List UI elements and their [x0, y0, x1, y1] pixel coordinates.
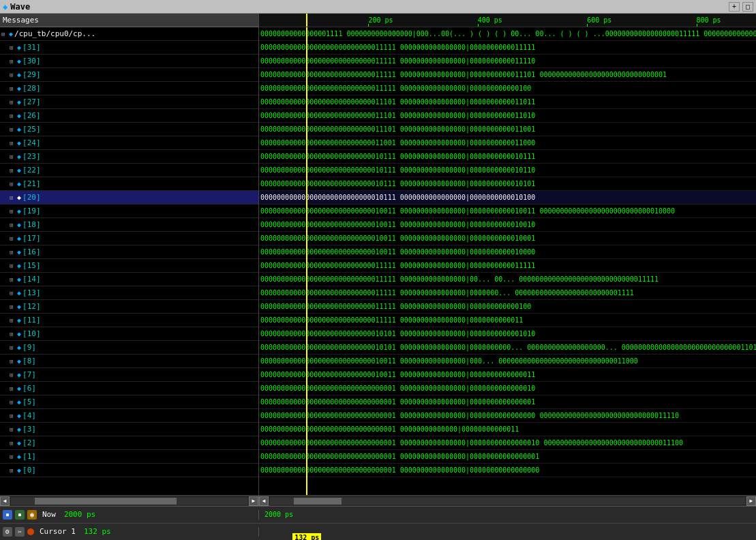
signal-name-col-4: ⊞◆[4]	[8, 411, 124, 420]
signal-row-29[interactable]: ⊞◆[29]	[0, 68, 258, 82]
expand-icon-24[interactable]: ⊞	[10, 140, 16, 147]
wave-row-21: 000000000000000000000000000010111 000000…	[259, 177, 756, 191]
signal-name-col-13: ⊞◆[13]	[8, 288, 124, 297]
wave-row-31: 000000000000000000000000000011111 000000…	[259, 41, 756, 55]
signal-row-1[interactable]: ⊞◆[1]	[0, 450, 258, 464]
wave-text-11: 000000000000000000000000000011111 000000…	[259, 316, 523, 324]
add-button[interactable]: +	[729, 2, 740, 12]
expand-icon-6[interactable]: ⊞	[10, 385, 16, 392]
signal-row-25[interactable]: ⊞◆[25]	[0, 123, 258, 136]
wave-row-17: 000000000000000000000000000010011 000000…	[259, 232, 756, 245]
expand-icon-2[interactable]: ⊞	[10, 440, 16, 447]
signal-row-10[interactable]: ⊞◆[10]	[0, 327, 258, 341]
expand-icon-7[interactable]: ⊞	[10, 372, 16, 378]
cursor-settings-icon[interactable]: ⚙	[3, 527, 12, 537]
expand-icon-20[interactable]: ⊞	[10, 194, 16, 201]
wave-content-26: 000000000000000000000000000011101 000000…	[259, 109, 756, 122]
expand-icon-29[interactable]: ⊞	[10, 72, 16, 78]
signal-row-24[interactable]: ⊞◆[24]	[0, 136, 258, 150]
signal-row-14[interactable]: ⊞◆[14]	[0, 273, 258, 286]
wave-text-15: 000000000000000000000000000011111 000000…	[259, 262, 535, 269]
signal-row-15[interactable]: ⊞◆[15]	[0, 259, 258, 273]
expand-icon-21[interactable]: ⊞	[10, 181, 16, 188]
wave-content-2: 000000000000000000000000000000001 000000…	[259, 436, 756, 449]
signal-list[interactable]: ⊞◆/cpu_tb/cpu0/cp...⊞◆[31]⊞◆[30]⊞◆[29]⊞◆…	[0, 27, 258, 495]
signal-type-icon-0: ◆	[17, 466, 21, 474]
signal-row-13[interactable]: ⊞◆[13]	[0, 286, 258, 300]
expand-icon-12[interactable]: ⊞	[10, 303, 16, 310]
wave-scroll-container[interactable]: 00000000000000001111 0000000000000000|00…	[259, 27, 756, 495]
expand-icon-27[interactable]: ⊞	[10, 99, 16, 106]
wave-content-6: 000000000000000000000000000000001 000000…	[259, 382, 756, 395]
signal-row-26[interactable]: ⊞◆[26]	[0, 109, 258, 123]
signal-row-7[interactable]: ⊞◆[7]	[0, 368, 258, 382]
expand-icon-18[interactable]: ⊞	[10, 222, 16, 228]
signal-row-16[interactable]: ⊞◆[16]	[0, 245, 258, 259]
scroll-track-left[interactable]	[11, 498, 247, 505]
expand-icon-28[interactable]: ⊞	[10, 85, 16, 92]
signal-type-icon-31: ◆	[17, 44, 21, 51]
expand-icon-0[interactable]: ⊞	[10, 467, 16, 474]
signal-type-icon-top: ◆	[9, 30, 13, 38]
expand-icon-17[interactable]: ⊞	[10, 235, 16, 242]
signal-row-20[interactable]: ⊞◆[20]	[0, 191, 258, 205]
signal-row-28[interactable]: ⊞◆[28]	[0, 82, 258, 95]
signal-row-11[interactable]: ⊞◆[11]	[0, 314, 258, 327]
signal-row-8[interactable]: ⊞◆[8]	[0, 355, 258, 368]
signal-row-27[interactable]: ⊞◆[27]	[0, 95, 258, 109]
signal-row-30[interactable]: ⊞◆[30]	[0, 55, 258, 68]
expand-icon-30[interactable]: ⊞	[10, 58, 16, 65]
expand-icon-8[interactable]: ⊞	[10, 358, 16, 365]
scroll-left-btn[interactable]: ◀	[0, 496, 10, 506]
expand-icon-3[interactable]: ⊞	[10, 426, 16, 433]
signal-row-6[interactable]: ⊞◆[6]	[0, 382, 258, 395]
expand-icon-4[interactable]: ⊞	[10, 412, 16, 419]
scroll-right-btn-right[interactable]: ▶	[746, 496, 756, 506]
expand-icon-15[interactable]: ⊞	[10, 262, 16, 269]
expand-icon-26[interactable]: ⊞	[10, 112, 16, 119]
cursor-lock-icon[interactable]: ✂	[15, 527, 25, 537]
signal-label-13: [13]	[22, 288, 41, 297]
expand-icon-10[interactable]: ⊞	[10, 331, 16, 338]
scroll-track-right[interactable]	[270, 498, 745, 505]
expand-icon-22[interactable]: ⊞	[10, 167, 16, 174]
signal-row-5[interactable]: ⊞◆[5]	[0, 395, 258, 409]
signal-name-col-12: ⊞◆[12]	[8, 302, 124, 311]
expand-icon-31[interactable]: ⊞	[10, 44, 16, 51]
signal-row-2[interactable]: ⊞◆[2]	[0, 436, 258, 450]
signal-row-18[interactable]: ⊞◆[18]	[0, 218, 258, 232]
expand-icon-19[interactable]: ⊞	[10, 208, 16, 215]
signal-row-19[interactable]: ⊞◆[19]	[0, 205, 258, 218]
signal-row-0[interactable]: ⊞◆[0]	[0, 464, 258, 477]
signal-row-23[interactable]: ⊞◆[23]	[0, 150, 258, 164]
expand-icon-5[interactable]: ⊞	[10, 399, 16, 406]
signal-row-9[interactable]: ⊞◆[9]	[0, 341, 258, 355]
expand-icon-13[interactable]: ⊞	[10, 290, 16, 297]
wave-text-5: 000000000000000000000000000000001 000000…	[259, 398, 535, 406]
signal-row-12[interactable]: ⊞◆[12]	[0, 300, 258, 314]
expand-icon-1[interactable]: ⊞	[10, 453, 16, 460]
signal-row-top[interactable]: ⊞◆/cpu_tb/cpu0/cp...	[0, 27, 258, 41]
expand-icon-23[interactable]: ⊞	[10, 153, 16, 160]
scroll-left-btn-right[interactable]: ◀	[259, 496, 269, 506]
signal-row-31[interactable]: ⊞◆[31]	[0, 41, 258, 55]
signal-row-22[interactable]: ⊞◆[22]	[0, 164, 258, 177]
wave-content-3: 000000000000000000000000000000001 000000…	[259, 423, 756, 436]
signal-row-17[interactable]: ⊞◆[17]	[0, 232, 258, 245]
scroll-right-btn-left[interactable]: ▶	[249, 496, 258, 506]
signal-row-3[interactable]: ⊞◆[3]	[0, 423, 258, 436]
expand-icon-9[interactable]: ⊞	[10, 344, 16, 351]
timeline-ruler: 200 ps400 ps600 ps800 ps	[259, 14, 756, 27]
wave-row-8: 000000000000000000000000000010011 000000…	[259, 355, 756, 368]
expand-icon-11[interactable]: ⊞	[10, 317, 16, 324]
maximize-button[interactable]: □	[742, 2, 753, 12]
expand-icon-25[interactable]: ⊞	[10, 126, 16, 133]
signal-type-icon-16: ◆	[17, 248, 21, 256]
signal-row-4[interactable]: ⊞◆[4]	[0, 409, 258, 423]
signal-row-21[interactable]: ⊞◆[21]	[0, 177, 258, 191]
wave-content-23: 000000000000000000000000000010111 000000…	[259, 150, 756, 163]
expand-icon-16[interactable]: ⊞	[10, 249, 16, 256]
signal-label-16: [16]	[22, 247, 41, 256]
expand-icon-top[interactable]: ⊞	[1, 31, 8, 38]
expand-icon-14[interactable]: ⊞	[10, 276, 16, 283]
